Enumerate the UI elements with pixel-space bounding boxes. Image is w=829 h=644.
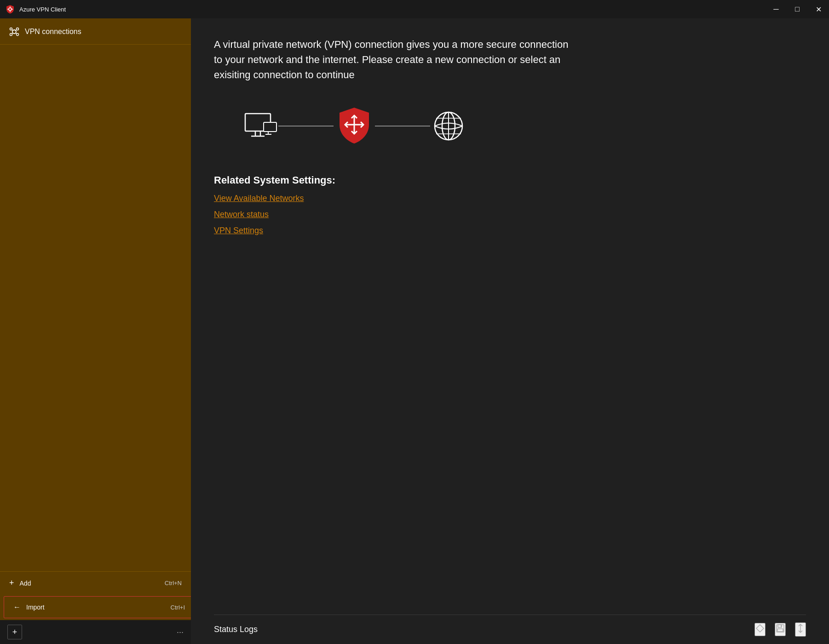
- network-status-link[interactable]: Network status: [214, 210, 269, 219]
- app-body: VPN connections + Add Ctrl+N ← Import Ct…: [0, 18, 829, 644]
- main-description: A virtual private network (VPN) connecti…: [214, 37, 573, 82]
- sidebar-content: [0, 45, 191, 571]
- plus-icon: +: [9, 578, 14, 588]
- status-logs-icons: [754, 622, 806, 637]
- add-shortcut: Ctrl+N: [165, 580, 182, 586]
- import-label: Import: [26, 604, 45, 611]
- vpn-connections-icon: [9, 27, 19, 37]
- title-bar: Azure VPN Client ─ □ ✕: [0, 0, 829, 18]
- add-menu-item[interactable]: + Add Ctrl+N: [0, 572, 191, 594]
- title-bar-controls: ─ □ ✕: [766, 0, 829, 18]
- shield-icon-container: [334, 105, 375, 147]
- sidebar-footer: + Add Ctrl+N ← Import Ctrl+I: [0, 571, 191, 620]
- sort-log-button[interactable]: [795, 622, 806, 637]
- sidebar: VPN connections + Add Ctrl+N ← Import Ct…: [0, 18, 191, 644]
- view-available-networks-link[interactable]: View Available Networks: [214, 194, 304, 203]
- related-settings-title: Related System Settings:: [214, 174, 806, 186]
- shield-icon: [334, 105, 375, 147]
- vpn-settings-label: VPN Settings: [214, 226, 263, 235]
- related-settings: Related System Settings: View Available …: [214, 174, 806, 242]
- svg-point-7: [17, 28, 19, 30]
- svg-rect-31: [777, 629, 783, 632]
- view-available-networks-label: View Available Networks: [214, 194, 304, 203]
- azure-vpn-logo-icon: [6, 5, 15, 14]
- globe-icon-container: [430, 110, 467, 142]
- vpn-settings-link[interactable]: VPN Settings: [214, 226, 263, 236]
- import-shortcut: Ctrl+I: [171, 604, 185, 611]
- shield-svg: [336, 105, 373, 147]
- diagram-line-2: [375, 126, 430, 126]
- connection-diagram: [242, 105, 806, 147]
- minimize-button[interactable]: ─: [766, 0, 787, 18]
- svg-marker-28: [756, 625, 764, 632]
- title-bar-left: Azure VPN Client: [6, 5, 66, 14]
- svg-point-8: [10, 34, 12, 36]
- globe-svg: [432, 110, 465, 142]
- import-menu-item-left: ← Import: [13, 603, 45, 611]
- network-status-label: Network status: [214, 210, 269, 219]
- svg-point-6: [10, 28, 12, 30]
- import-menu-item[interactable]: ← Import Ctrl+I: [4, 596, 195, 618]
- add-menu-item-left: + Add: [9, 578, 31, 588]
- maximize-icon: □: [795, 5, 800, 13]
- sidebar-add-icon: +: [12, 627, 17, 637]
- clear-log-button[interactable]: [754, 623, 766, 636]
- svg-line-10: [12, 30, 13, 31]
- svg-line-12: [12, 33, 13, 34]
- save-icon: [776, 624, 785, 633]
- close-button[interactable]: ✕: [808, 0, 829, 18]
- sidebar-more-icon: ···: [177, 627, 184, 637]
- sidebar-more-button[interactable]: ···: [177, 627, 184, 637]
- status-logs-bar: Status Logs: [214, 615, 806, 644]
- maximize-button[interactable]: □: [787, 0, 808, 18]
- eraser-icon: [755, 624, 765, 633]
- status-logs-title: Status Logs: [214, 625, 258, 634]
- app-title: Azure VPN Client: [19, 6, 66, 13]
- diagram-line-1: [278, 126, 334, 126]
- svg-line-13: [16, 33, 17, 34]
- sort-icon: [796, 623, 805, 633]
- svg-point-9: [17, 34, 19, 36]
- save-log-button[interactable]: [775, 623, 786, 636]
- sidebar-add-button[interactable]: +: [7, 625, 22, 639]
- import-icon: ←: [13, 603, 21, 611]
- globe-icon: [430, 110, 467, 142]
- main-content: A virtual private network (VPN) connecti…: [191, 18, 829, 644]
- sidebar-header: VPN connections: [0, 18, 191, 45]
- svg-rect-18: [264, 122, 276, 132]
- svg-line-11: [16, 30, 17, 31]
- sidebar-bottom-bar: + ···: [0, 620, 191, 644]
- add-label: Add: [20, 580, 31, 587]
- minimize-icon: ─: [773, 5, 778, 13]
- vpn-connections-label: VPN connections: [25, 28, 81, 36]
- monitor-svg: [243, 112, 277, 140]
- close-icon: ✕: [816, 5, 822, 14]
- monitor-icon-container: [242, 110, 278, 142]
- monitor-icon: [242, 110, 278, 142]
